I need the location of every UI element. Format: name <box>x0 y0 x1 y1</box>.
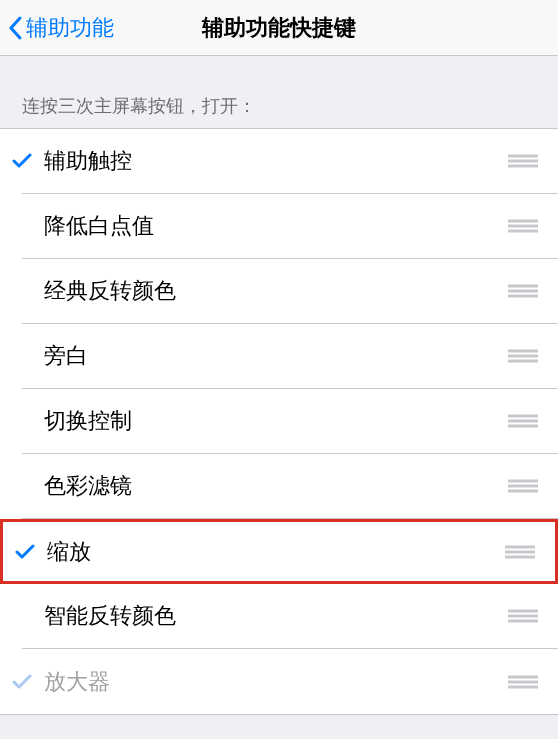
list-item[interactable]: 切换控制 <box>22 389 558 454</box>
item-label: 切换控制 <box>44 406 506 436</box>
item-label: 缩放 <box>47 537 503 567</box>
back-button[interactable]: 辅助功能 <box>8 13 114 43</box>
list-item[interactable]: 放大器 <box>22 649 558 714</box>
back-label: 辅助功能 <box>26 13 114 43</box>
checkmark-icon <box>12 673 32 691</box>
item-label: 旁白 <box>44 341 506 371</box>
reorder-handle-icon[interactable] <box>506 479 540 493</box>
reorder-handle-icon[interactable] <box>506 349 540 363</box>
list-item[interactable]: 旁白 <box>22 324 558 389</box>
list-item[interactable]: 降低白点值 <box>22 194 558 259</box>
check-col <box>0 673 44 691</box>
reorder-handle-icon[interactable] <box>506 675 540 689</box>
navbar: 辅助功能 辅助功能快捷键 <box>0 0 558 56</box>
reorder-handle-icon[interactable] <box>506 609 540 623</box>
reorder-handle-icon[interactable] <box>506 414 540 428</box>
checkmark-icon <box>12 152 32 170</box>
list-item[interactable]: 色彩滤镜 <box>22 454 558 519</box>
checkmark-icon <box>15 543 35 561</box>
reorder-handle-icon[interactable] <box>506 284 540 298</box>
item-label: 辅助触控 <box>44 146 506 176</box>
item-label: 色彩滤镜 <box>44 471 506 501</box>
check-col <box>0 152 44 170</box>
page-title: 辅助功能快捷键 <box>202 13 356 43</box>
check-col <box>3 543 47 561</box>
reorder-handle-icon[interactable] <box>506 154 540 168</box>
chevron-left-icon <box>8 16 22 40</box>
item-label: 降低白点值 <box>44 211 506 241</box>
reorder-handle-icon[interactable] <box>503 545 537 559</box>
list-item-highlighted[interactable]: 缩放 <box>0 519 558 584</box>
list-item[interactable]: 辅助触控 <box>22 129 558 194</box>
list-item[interactable]: 经典反转颜色 <box>22 259 558 324</box>
reorder-handle-icon[interactable] <box>506 219 540 233</box>
section-header: 连按三次主屏幕按钮，打开： <box>0 56 558 128</box>
item-label: 放大器 <box>44 667 506 697</box>
item-label: 经典反转颜色 <box>44 276 506 306</box>
item-label: 智能反转颜色 <box>44 601 506 631</box>
shortcut-list: 辅助触控 降低白点值 经典反转颜色 旁白 切换控制 色彩滤镜 <box>0 128 558 715</box>
list-item[interactable]: 智能反转颜色 <box>22 584 558 649</box>
